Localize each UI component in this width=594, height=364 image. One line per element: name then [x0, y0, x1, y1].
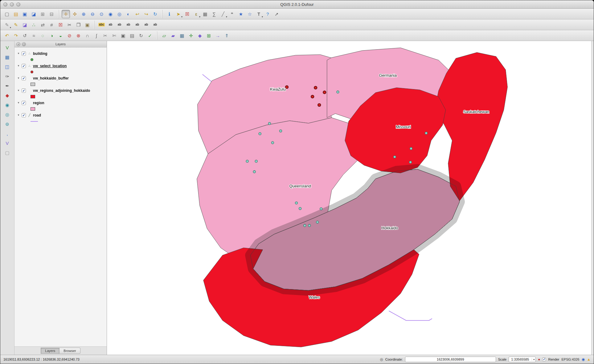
delete-part[interactable]: ⊗ [74, 31, 83, 40]
undo[interactable]: ↶ [3, 31, 11, 40]
identify-features[interactable]: ℹ [165, 10, 174, 18]
map-canvas[interactable]: KwaZuluGermaniaSaskatchewanMissouriQueen… [107, 41, 591, 355]
expander-icon[interactable]: ▼ [17, 64, 20, 67]
field-calculator[interactable]: ∑ [210, 10, 218, 18]
create-shapefile-layer[interactable]: V [3, 139, 11, 147]
render-checkbox[interactable]: ✓ [542, 358, 546, 361]
move-label[interactable]: ab [124, 21, 133, 29]
add-wfs-layer[interactable]: ⊚ [3, 120, 11, 128]
copy-features[interactable]: ❐ [74, 21, 83, 29]
save-project[interactable]: ▣ [21, 10, 29, 18]
move-feature[interactable]: ⇄ [39, 21, 47, 29]
georeferencer[interactable]: ✛ [187, 31, 195, 40]
zoom-out[interactable]: ⊖ [88, 10, 97, 18]
layer-vw-hokkaido-buffer[interactable]: ▼ ✓ vw_hokkaido_buffer [16, 75, 105, 82]
metasearch[interactable]: ◆ [196, 31, 204, 40]
toggle-editing[interactable]: ✎ [12, 21, 20, 29]
zoom-to-layer[interactable]: ◐ [124, 10, 133, 18]
new-print-composer[interactable]: ⊞ [39, 10, 47, 18]
close-window-button[interactable] [3, 2, 7, 6]
measure[interactable]: ╱ [219, 10, 227, 18]
expander-icon[interactable]: ▼ [17, 52, 20, 55]
road-graph[interactable]: → [214, 31, 222, 40]
map-tips[interactable]: ❝ [228, 10, 236, 18]
new-project[interactable]: ▢ [3, 10, 11, 18]
pan-map[interactable]: ✛ [62, 10, 70, 18]
change-label-properties[interactable]: ab [151, 21, 159, 29]
layer-region[interactable]: ▼ ✓ region [16, 99, 105, 106]
add-feature[interactable]: ∴ [30, 21, 38, 29]
add-delimited-text-layer[interactable]: , [3, 129, 11, 137]
split-parts[interactable]: ✄ [110, 31, 118, 40]
whats-this[interactable]: ➚ [272, 10, 281, 18]
highlight-pinned-labels[interactable]: ab [115, 21, 124, 29]
expander-icon[interactable]: ▼ [17, 101, 20, 104]
minimize-window-button[interactable] [10, 2, 14, 6]
open-attribute-table[interactable]: ▦ [201, 10, 209, 18]
add-mssql-layer[interactable]: ✒ [3, 82, 11, 90]
zoom-next[interactable]: ↪ [142, 10, 150, 18]
delete-selected[interactable]: ☒ [56, 21, 65, 29]
panel-close-button[interactable]: × [16, 42, 20, 46]
cut-features[interactable]: ✂ [65, 21, 74, 29]
current-edits[interactable]: ✎ [3, 21, 11, 29]
scale-combo[interactable]: 1:33565585 ▾ [509, 357, 536, 362]
zoom-to-selection[interactable]: ◎ [115, 10, 124, 18]
check-geometries[interactable]: ✓ [146, 31, 154, 40]
add-vector-layer[interactable]: V [3, 43, 11, 51]
new-shapefile-layer[interactable]: ▱ [160, 31, 168, 40]
layer-visibility-checkbox[interactable]: ✓ [22, 64, 26, 68]
paste-features[interactable]: ▣ [83, 21, 92, 29]
show-hide-labels[interactable]: ab [142, 21, 150, 29]
tab-layers[interactable]: Layers [41, 348, 59, 354]
zoom-last[interactable]: ↩ [133, 10, 141, 18]
panel-detach-button[interactable]: ▢ [22, 42, 26, 46]
add-raster-layer[interactable]: ▦ [3, 53, 11, 61]
crs-status-button[interactable]: ◉ [582, 357, 585, 362]
layer-visibility-checkbox[interactable]: ✓ [22, 113, 26, 117]
simplify-feature[interactable]: ≈ [30, 31, 38, 40]
save-layer-edits[interactable]: ◪ [21, 21, 29, 29]
expander-icon[interactable]: ▼ [17, 77, 20, 80]
open-project[interactable]: ▤ [12, 10, 20, 18]
layer-road[interactable]: ▼ ✓ ╱ road [16, 112, 105, 119]
expander-icon[interactable]: ▼ [17, 114, 20, 117]
add-spatialite-layer[interactable]: ✑ [3, 72, 11, 80]
deselect-features[interactable]: ☒ [183, 10, 191, 18]
zoom-actual-size[interactable]: ⊙ [97, 10, 106, 18]
expander-icon[interactable]: ▼ [17, 89, 20, 92]
layer-vw-regions-adjoining-hokkaido[interactable]: ▼ ✓ vw_regions_adjoining_hokkaido [16, 87, 105, 94]
add-part[interactable]: ◑ [47, 31, 56, 40]
offset-curve[interactable]: ∫ [92, 31, 100, 40]
composer-manager[interactable]: ⊟ [47, 10, 56, 18]
rotate-label[interactable]: ab [133, 21, 141, 29]
coordinate-input[interactable] [405, 357, 496, 362]
tab-browser[interactable]: Browser [59, 348, 80, 354]
pan-to-selection[interactable]: ✜ [71, 10, 79, 18]
layer-visibility-checkbox[interactable]: ✓ [22, 88, 26, 93]
messages-button[interactable]: ▲ [587, 357, 591, 362]
help-contents[interactable]: ? [264, 10, 272, 18]
layer-building[interactable]: ▼ ✓ ∴ building [16, 50, 105, 57]
stop-render-icon[interactable]: ● [538, 357, 540, 362]
merge-attributes[interactable]: ▤ [128, 31, 136, 40]
delete-ring[interactable]: ⊘ [65, 31, 74, 40]
add-ring[interactable]: ◌ [39, 31, 47, 40]
layer-visibility-checkbox[interactable]: ✓ [22, 76, 26, 80]
select-features[interactable]: ➤ [174, 10, 182, 18]
mouse-position-icon[interactable]: ◎ [380, 357, 383, 362]
rotate-feature[interactable]: ↺ [21, 31, 29, 40]
titlebar[interactable]: QGIS 2.0.1-Dufour [0, 0, 594, 9]
split-features[interactable]: ✂ [101, 31, 109, 40]
zoom-in[interactable]: ⊕ [80, 10, 88, 18]
layer-labeling-options[interactable]: abc [97, 21, 106, 29]
zoom-window-button[interactable] [16, 2, 20, 6]
redo[interactable]: ↷ [12, 31, 20, 40]
text-annotation[interactable]: T [255, 10, 263, 18]
select-by-expression[interactable]: ε [192, 10, 200, 18]
layer-visibility-checkbox[interactable]: ✓ [22, 51, 26, 56]
merge-features[interactable]: ▣ [119, 31, 127, 40]
fill-ring[interactable]: ◒ [56, 31, 65, 40]
add-wms-layer[interactable]: ◉ [3, 101, 11, 109]
raster-calculator[interactable]: ⇑ [223, 31, 231, 40]
